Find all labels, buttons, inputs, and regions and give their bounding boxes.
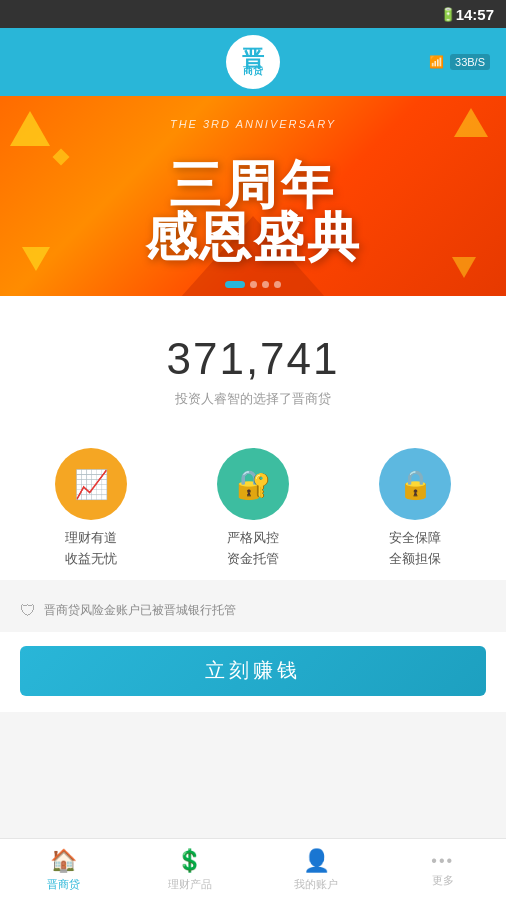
nav-item-products[interactable]: 💲 理财产品 (127, 839, 254, 900)
speed-indicator: 33B/S (450, 54, 490, 70)
nav-item-account[interactable]: 👤 我的账户 (253, 839, 380, 900)
earn-money-button[interactable]: 立刻赚钱 (20, 646, 486, 696)
feature-icon-1: 📈 (55, 448, 127, 520)
status-bar: 🔋 14:57 (0, 0, 506, 28)
feature-item-2: 🔐 严格风控 资金托管 (188, 448, 318, 570)
dot-4 (274, 281, 281, 288)
banner-line1: 三周年 (169, 159, 337, 211)
dot-3 (262, 281, 269, 288)
logo-text: 晋商贷 (242, 48, 264, 76)
feature-item-1: 📈 理财有道 收益无忧 (26, 448, 156, 570)
home-icon: 🏠 (50, 848, 77, 874)
stats-description: 投资人睿智的选择了晋商贷 (16, 390, 490, 408)
chart-icon: 📈 (74, 468, 109, 501)
bottom-nav: 🏠 晋商贷 💲 理财产品 👤 我的账户 ••• 更多 (0, 838, 506, 900)
dollar-icon: 💲 (176, 848, 203, 874)
cta-section: 立刻赚钱 (0, 632, 506, 712)
nav-label-account: 我的账户 (294, 877, 338, 892)
banner-text-wrapper: THE 3RD ANNIVERSARY 三周年 感恩盛典 (0, 96, 506, 296)
feature-icon-2: 🔐 (217, 448, 289, 520)
feature-text-3: 安全保障 全额担保 (389, 528, 441, 570)
shield-icon: 🛡 (20, 602, 36, 620)
trust-text: 晋商贷风险金账户已被晋城银行托管 (44, 602, 236, 619)
nav-label-more: 更多 (432, 873, 454, 888)
main-content: 371,741 投资人睿智的选择了晋商贷 (0, 296, 506, 428)
dot-1 (225, 281, 245, 288)
trust-banner: 🛡 晋商贷风险金账户已被晋城银行托管 (0, 590, 506, 632)
status-time: 14:57 (456, 6, 494, 23)
wifi-icon: 📶 (429, 55, 444, 69)
app-logo: 晋商贷 (226, 35, 280, 89)
feature-text-1: 理财有道 收益无忧 (65, 528, 117, 570)
promo-banner: THE 3RD ANNIVERSARY 三周年 感恩盛典 (0, 96, 506, 296)
battery-icon: 🔋 (440, 7, 456, 22)
user-icon: 👤 (303, 848, 330, 874)
nav-item-more[interactable]: ••• 更多 (380, 839, 507, 900)
banner-subtitle: THE 3RD ANNIVERSARY (170, 118, 336, 130)
nav-item-home[interactable]: 🏠 晋商贷 (0, 839, 127, 900)
more-icon: ••• (431, 852, 454, 870)
nav-label-home: 晋商贷 (47, 877, 80, 892)
feature-text-2: 严格风控 资金托管 (227, 528, 279, 570)
lock-icon: 🔒 (398, 468, 433, 501)
investor-count: 371,741 (16, 334, 490, 384)
feature-item-3: 🔒 安全保障 全额担保 (350, 448, 480, 570)
feature-icon-3: 🔒 (379, 448, 451, 520)
security-icon: 🔐 (236, 468, 271, 501)
header: 晋商贷 📶 33B/S (0, 28, 506, 96)
banner-line2: 感恩盛典 (145, 211, 361, 263)
nav-label-products: 理财产品 (168, 877, 212, 892)
stats-section: 371,741 投资人睿智的选择了晋商贷 (16, 316, 490, 418)
dot-2 (250, 281, 257, 288)
banner-dots (225, 281, 281, 288)
features-section: 📈 理财有道 收益无忧 🔐 严格风控 资金托管 🔒 安全保障 全额担保 (0, 428, 506, 580)
